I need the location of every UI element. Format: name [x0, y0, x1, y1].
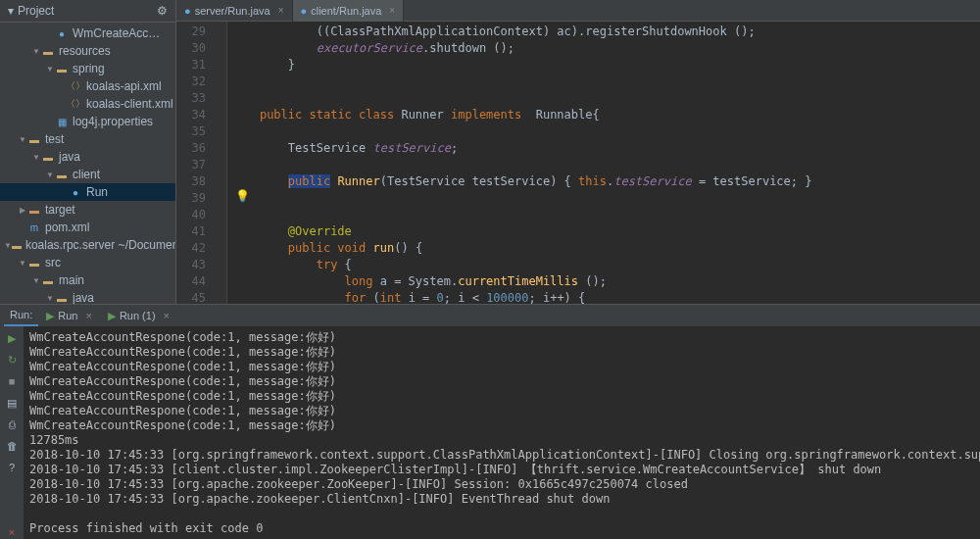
- run-tab-bar[interactable]: Run: ▶Run×▶Run (1)×: [0, 305, 980, 326]
- tree-node-label: Run: [86, 185, 108, 199]
- tree-arrow-icon[interactable]: ▼: [4, 241, 12, 250]
- tree-arrow-icon[interactable]: ▼: [45, 171, 55, 179]
- layout-icon[interactable]: ▤: [4, 395, 20, 411]
- run-icon: ▶: [108, 310, 116, 322]
- tree-row[interactable]: ▼▬src: [0, 254, 175, 271]
- close-tab-icon[interactable]: ×: [389, 5, 395, 16]
- tree-node-icon: ▬: [12, 238, 22, 252]
- editor-area: ●server/Run.java×●client/Run.java× 29 30…: [176, 0, 980, 304]
- gutter-marks: [212, 22, 227, 304]
- tree-node-icon: ▬: [41, 44, 55, 58]
- run-panel-label[interactable]: Run:: [4, 305, 38, 326]
- file-icon: ●: [301, 5, 308, 17]
- run-config-tab[interactable]: ▶Run (1)×: [100, 307, 177, 324]
- run-panel: Run: ▶Run×▶Run (1)× ▶ ↻ ■ ▤ ⎙ 🗑 ? × WmCr…: [0, 304, 980, 539]
- tree-node-icon: ▬: [27, 203, 41, 217]
- run-body: ▶ ↻ ■ ▤ ⎙ 🗑 ? × WmCreateAccountRespone(c…: [0, 326, 980, 539]
- tree-node-label: java: [59, 150, 80, 164]
- tree-row[interactable]: ▼▬spring: [0, 60, 175, 77]
- tree-arrow-icon[interactable]: ▼: [31, 153, 41, 162]
- play-icon[interactable]: ▶: [4, 330, 20, 346]
- tree-row[interactable]: ▶▬target: [0, 201, 175, 219]
- close-icon[interactable]: ×: [4, 524, 20, 539]
- tree-node-label: koalas-api.xml: [86, 79, 162, 93]
- tree-row[interactable]: ●Run: [0, 183, 175, 201]
- tree-node-icon: ▬: [55, 291, 69, 304]
- tree-arrow-icon[interactable]: ▼: [18, 259, 27, 268]
- run-tab-label: Run: [58, 310, 77, 321]
- editor-tab[interactable]: ●client/Run.java×: [293, 0, 405, 22]
- gear-icon[interactable]: ⚙: [157, 4, 168, 18]
- tree-node-label: log4j.properties: [73, 115, 153, 128]
- tree-row[interactable]: ▼▬main: [0, 271, 175, 289]
- tree-row[interactable]: mpom.xml: [0, 219, 175, 236]
- file-icon: ●: [184, 5, 191, 17]
- code-editor[interactable]: ((ClassPathXmlApplicationContext) ac).re…: [227, 22, 980, 304]
- tab-label: server/Run.java: [195, 5, 270, 17]
- tab-label: client/Run.java: [311, 5, 381, 17]
- tree-node-label: client: [73, 168, 100, 181]
- tree-node-icon: ▬: [41, 150, 55, 164]
- tree-node-label: java: [73, 291, 94, 304]
- tree-node-icon: ▬: [55, 62, 69, 75]
- tree-node-label: spring: [73, 62, 105, 75]
- tree-arrow-icon[interactable]: ▼: [45, 65, 55, 74]
- project-dropdown-icon[interactable]: ▾: [8, 4, 14, 18]
- run-tab-label: Run (1): [120, 310, 156, 321]
- tree-node-label: pom.xml: [45, 220, 89, 234]
- tree-row[interactable]: ▼▬java: [0, 148, 175, 166]
- stop-icon[interactable]: ■: [4, 373, 20, 389]
- tree-row[interactable]: 〈〉koalas-api.xml: [0, 77, 175, 95]
- editor-tab-bar[interactable]: ●server/Run.java×●client/Run.java×: [176, 0, 980, 22]
- filter-icon[interactable]: ⎙: [4, 416, 20, 432]
- tree-arrow-icon[interactable]: ▼: [31, 47, 41, 56]
- tree-arrow-icon[interactable]: ▶: [18, 206, 27, 215]
- run-toolbar: ▶ ↻ ■ ▤ ⎙ 🗑 ? ×: [0, 326, 24, 539]
- tree-arrow-icon[interactable]: ▼: [18, 135, 27, 144]
- tree-node-icon: ▦: [55, 115, 69, 128]
- tree-node-icon: m: [27, 220, 41, 234]
- project-tree[interactable]: ●WmCreateAcc…▼▬resources▼▬spring〈〉koalas…: [0, 23, 175, 304]
- tree-node-icon: ▬: [27, 132, 41, 146]
- tree-row[interactable]: ▼▬koalas.rpc.server ~/Documents/kc: [0, 236, 175, 254]
- line-gutter: 29 30 31 32 33 34 35 36 37 38 39 40 41 4…: [176, 22, 212, 304]
- tree-node-label: src: [45, 256, 61, 270]
- tree-node-icon: ●: [69, 185, 82, 199]
- sidebar-header[interactable]: ▾ Project ⚙: [0, 0, 175, 23]
- trash-icon[interactable]: 🗑: [4, 438, 20, 454]
- tree-node-label: koalas-client.xml: [86, 97, 173, 111]
- tree-arrow-icon[interactable]: ▼: [31, 276, 41, 285]
- tree-row[interactable]: ●WmCreateAcc…: [0, 24, 175, 42]
- tree-row[interactable]: ▼▬resources: [0, 42, 175, 60]
- tree-node-label: test: [45, 132, 64, 146]
- tree-node-icon: 〈〉: [69, 97, 82, 111]
- ide-root: ▾ Project ⚙ ●WmCreateAcc…▼▬resources▼▬sp…: [0, 0, 980, 539]
- project-sidebar: ▾ Project ⚙ ●WmCreateAcc…▼▬resources▼▬sp…: [0, 0, 176, 304]
- rerun-icon[interactable]: ↻: [4, 352, 20, 368]
- tree-node-label: main: [59, 273, 84, 287]
- editor-tab[interactable]: ●server/Run.java×: [176, 0, 293, 22]
- editor-body: 29 30 31 32 33 34 35 36 37 38 39 40 41 4…: [176, 22, 980, 304]
- tree-node-icon: 〈〉: [69, 79, 82, 93]
- tree-node-label: WmCreateAcc…: [73, 26, 160, 40]
- tree-node-icon: ▬: [55, 168, 69, 181]
- console-output[interactable]: WmCreateAccountRespone(code:1, message:你…: [24, 326, 980, 539]
- tree-node-label: target: [45, 203, 75, 217]
- tree-row[interactable]: ▼▬java: [0, 289, 175, 304]
- tree-row[interactable]: ▼▬test: [0, 130, 175, 148]
- tree-node-label: resources: [59, 44, 111, 58]
- tree-node-icon: ●: [55, 26, 69, 40]
- intention-bulb-icon[interactable]: 💡: [235, 189, 250, 203]
- tree-row[interactable]: ▦log4j.properties: [0, 113, 175, 130]
- run-icon: ▶: [46, 310, 54, 322]
- close-icon[interactable]: ×: [85, 310, 91, 321]
- tree-node-icon: ▬: [41, 273, 55, 287]
- tree-row[interactable]: 〈〉koalas-client.xml: [0, 95, 175, 113]
- run-config-tab[interactable]: ▶Run×: [38, 307, 100, 324]
- tree-arrow-icon[interactable]: ▼: [45, 294, 55, 303]
- close-tab-icon[interactable]: ×: [278, 5, 284, 16]
- tree-row[interactable]: ▼▬client: [0, 166, 175, 183]
- help-icon[interactable]: ?: [4, 460, 20, 475]
- tree-node-icon: ▬: [27, 256, 41, 270]
- close-icon[interactable]: ×: [164, 310, 170, 321]
